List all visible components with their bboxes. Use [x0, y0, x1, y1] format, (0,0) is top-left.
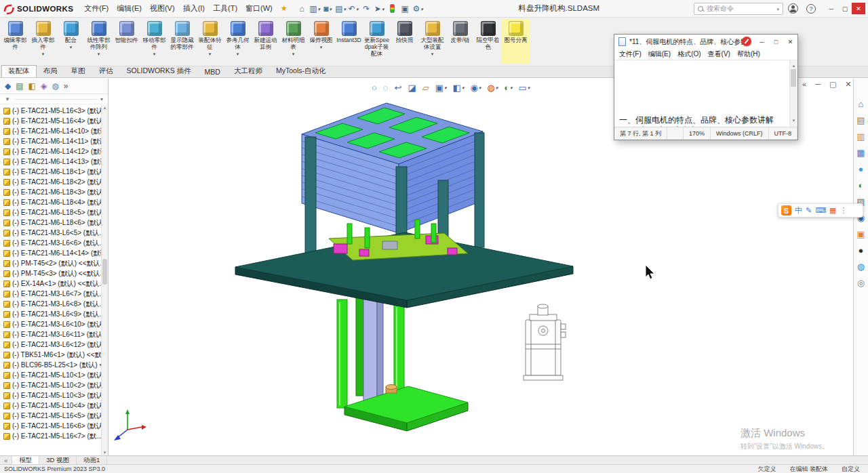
- taskpane-collapse-icon[interactable]: «: [802, 80, 806, 89]
- options-gear-icon[interactable]: ⚙ ▾: [412, 3, 425, 15]
- dropdown-arrow-icon[interactable]: ▾: [98, 52, 100, 56]
- featuremanager-tree-tab[interactable]: ◆: [5, 81, 11, 91]
- tree-item[interactable]: (-) E-TAC21-M5-L16<7> (默...: [3, 431, 101, 441]
- scroll-up-icon[interactable]: ▲: [102, 106, 108, 110]
- tree-item[interactable]: (-) E-TAC21-M3-L6<10> (默认...: [3, 319, 101, 329]
- menu-item[interactable]: 文件(F): [80, 2, 113, 15]
- scroll-down-icon[interactable]: ▼: [102, 451, 108, 455]
- notepad-menu-item[interactable]: 查看(V): [708, 49, 730, 59]
- ribbon-button[interactable]: 参考几何体 ▾: [224, 19, 252, 64]
- tree-item[interactable]: (-) E-TAC21-M3-L6<11> (默认...: [3, 329, 101, 340]
- dropdown-arrow-icon[interactable]: ▾: [153, 52, 156, 56]
- dimxpertmanager-tab[interactable]: ◈: [41, 81, 47, 91]
- tree-item[interactable]: (-) E-TAC21-M6-L18<5> (默认...: [3, 207, 101, 218]
- select-cursor-icon[interactable]: ➤ ▾: [373, 3, 386, 15]
- ribbon-tab[interactable]: MBD: [198, 66, 227, 77]
- previous-view-icon[interactable]: ↩ ▾: [395, 83, 402, 92]
- dropdown-arrow-icon[interactable]: ▾: [42, 52, 45, 56]
- tree-item[interactable]: (-) E-TAC21-M5-L10<3> (默认...: [3, 390, 101, 400]
- ribbon-button[interactable]: 智能扣件 ▾: [113, 19, 140, 64]
- ribbon-button[interactable]: 新建运动算例 ▾: [252, 19, 279, 64]
- skin-grid-icon[interactable]: ▦: [829, 206, 836, 215]
- 3dexperience-icon[interactable]: ◍: [857, 262, 865, 272]
- tree-item[interactable]: (-) E-TAC21-M5-L16<3> (默认...: [3, 106, 101, 116]
- tree-item[interactable]: (-) E-TAC21-M3-L6<9> (默认...: [3, 309, 101, 319]
- model-tab[interactable]: 模型: [12, 456, 39, 464]
- appearances-icon[interactable]: ●: [859, 164, 864, 174]
- ribbon-tab[interactable]: SOLIDWORKS 插件: [120, 65, 198, 77]
- view-orientation-icon[interactable]: ▣ ▾: [435, 83, 447, 92]
- menu-item[interactable]: 工具(T): [209, 2, 241, 15]
- zoom-area-icon[interactable]: ◌ ▾: [383, 83, 389, 92]
- edit-appearance-icon[interactable]: ◍ ▾: [487, 83, 498, 92]
- section-view-icon[interactable]: ◪ ▾: [408, 83, 416, 92]
- ribbon-button[interactable]: 显示隐藏的零部件 ▾: [168, 19, 196, 64]
- undo-icon[interactable]: ↶ ▾: [347, 3, 360, 15]
- toolbox-icon[interactable]: ▣: [856, 229, 865, 239]
- tree-item[interactable]: (-) PM-T45<2> (默认) <<默认...: [3, 258, 101, 268]
- keyboard-icon[interactable]: ⌨: [815, 206, 826, 215]
- scroll-down-icon[interactable]: ▼: [790, 116, 797, 127]
- ribbon-tab[interactable]: 评估: [92, 65, 120, 77]
- app-close-button[interactable]: ✕: [852, 3, 865, 14]
- display-style-icon[interactable]: ◧ ▾: [453, 83, 465, 92]
- tree-item[interactable]: (-) EX-14A<1> (默认) <<默认...: [3, 279, 101, 289]
- scrollbar-thumb[interactable]: [791, 69, 796, 87]
- tree-item[interactable]: (-) E-TAC21-M6-L14<12> (默认...: [3, 146, 101, 157]
- ribbon-button[interactable]: 爆炸视图 ▾: [307, 19, 335, 64]
- tree-item[interactable]: (-) E-TAC21-M5-L10<1> (默认...: [3, 370, 101, 380]
- input-mode-icon[interactable]: 中: [795, 205, 802, 215]
- favorites-star-icon[interactable]: ★: [278, 4, 290, 13]
- displaymanager-tab[interactable]: ◍: [52, 81, 58, 91]
- ribbon-button[interactable]: 更新Speedpak子装配体 ▾: [363, 19, 391, 64]
- dropdown-arrow-icon[interactable]: ▾: [70, 45, 73, 49]
- dropdown-arrow-icon[interactable]: ▾: [431, 52, 434, 56]
- filter-expand-icon[interactable]: ▾: [100, 96, 103, 102]
- ribbon-button[interactable]: 线性零部件阵列 ▾: [85, 19, 113, 64]
- ribbon-button[interactable]: 材料明细表 ▾: [279, 19, 307, 64]
- view-settings-icon[interactable]: ▭ ▾: [519, 83, 530, 92]
- menu-item[interactable]: 窗口(W): [241, 2, 277, 15]
- settings-icon[interactable]: ◎: [857, 278, 865, 288]
- scrollbar-thumb[interactable]: [102, 259, 107, 285]
- ribbon-button[interactable]: 大型装配体设置 ▾: [418, 19, 446, 64]
- ribbon-tab[interactable]: 大工程师: [227, 65, 269, 77]
- print-icon[interactable]: ▤ ▾: [334, 3, 347, 15]
- notepad-maximize-button[interactable]: □: [769, 35, 783, 49]
- ribbon-tab[interactable]: MyTools-自动化: [269, 65, 333, 77]
- window-minimize-icon[interactable]: ─: [815, 80, 821, 89]
- thumbnail-preview-icon[interactable]: ●: [859, 245, 864, 255]
- tree-item[interactable]: (-) TBK51-M6<1> (默认) <<默...: [3, 350, 101, 360]
- handwriting-icon[interactable]: ✎: [806, 206, 812, 215]
- tree-item[interactable]: (-) E-TAC21-M6-L18<3> (默认...: [3, 187, 101, 197]
- ribbon-button[interactable]: 隔空甲着色 ▾: [474, 19, 502, 64]
- notepad-menu-item[interactable]: 帮助(H): [737, 49, 760, 59]
- dropdown-arrow-icon[interactable]: ▾: [209, 52, 212, 56]
- scenes-icon[interactable]: ◐: [859, 180, 864, 190]
- ribbon-button[interactable]: 插入零部件 ▾: [29, 19, 57, 64]
- status-item[interactable]: 在编辑 装配体: [789, 465, 828, 473]
- view-palette-icon[interactable]: ▦: [856, 148, 865, 158]
- file-explorer-icon[interactable]: ▥: [856, 131, 865, 142]
- taskpane-home-icon[interactable]: ⌂: [859, 99, 864, 109]
- tree-item[interactable]: (-) E-TAC21-M3-L6<6> (默认...: [3, 238, 101, 248]
- notepad-close-button[interactable]: ✕: [783, 35, 797, 49]
- ribbon-button[interactable]: 图号分离 ▾: [502, 19, 530, 64]
- tree-item[interactable]: (-) E-TAC21-M5-L10<2> (默认...: [3, 380, 101, 390]
- model-tab[interactable]: 动画1: [77, 456, 107, 464]
- tree-scrollbar[interactable]: ▲ ▼: [101, 105, 108, 455]
- model-tab[interactable]: 3D 视图: [39, 456, 77, 464]
- filter-funnel-icon[interactable]: ▼: [5, 96, 10, 102]
- notepad-text-area[interactable]: ▲ ▼ 一、伺服电机的特点、品牌、核心参数讲解 视频作者：嘉文老师1、伺服电机的…: [614, 60, 797, 127]
- ribbon-button[interactable]: 装配体特征 ▾: [196, 19, 224, 64]
- menu-item[interactable]: 插入(I): [179, 2, 209, 15]
- ribbon-button[interactable]: Instant3D ▾: [335, 19, 363, 64]
- dropdown-arrow-icon[interactable]: ▾: [237, 52, 239, 56]
- notepad-minimize-button[interactable]: ─: [755, 35, 769, 49]
- search-dropdown-icon[interactable]: ▾: [776, 7, 779, 12]
- configurationmanager-tab[interactable]: ◧: [28, 81, 36, 91]
- tree-item[interactable]: (-) E-TAC21-M6-L14<13> (默认...: [3, 157, 101, 167]
- notepad-window[interactable]: *11、伺服电机的特点、品牌、核心参数讲... ─□✕ 文件(F)编辑(E)格式…: [614, 34, 798, 140]
- notepad-menu-item[interactable]: 文件(F): [619, 49, 642, 59]
- tree-item[interactable]: (-) E-TAC21-M6-L14<11> (默认...: [3, 136, 101, 146]
